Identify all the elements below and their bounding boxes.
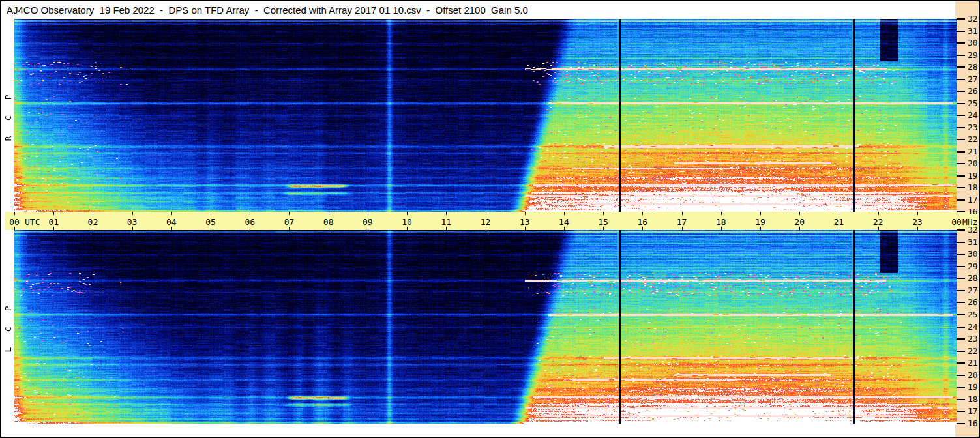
freq-tick bbox=[957, 127, 965, 128]
freq-tick bbox=[957, 187, 965, 188]
hour-tick-bottom bbox=[721, 227, 722, 230]
freq-label: 24 bbox=[968, 322, 980, 332]
hour-tick-top bbox=[171, 212, 172, 215]
hour-tick-top bbox=[211, 212, 211, 215]
hour-tick-bottom bbox=[14, 227, 15, 230]
hour-tick-top bbox=[132, 212, 133, 215]
hour-tick-top bbox=[917, 212, 918, 215]
freq-label: 17 bbox=[968, 195, 980, 205]
freq-tick bbox=[957, 55, 965, 56]
freq-label: 20 bbox=[968, 370, 980, 381]
freq-label: 29 bbox=[968, 261, 980, 272]
hour-label: 23 bbox=[912, 217, 923, 227]
hour-tick-bottom bbox=[407, 227, 408, 230]
freq-tick bbox=[957, 139, 965, 140]
hour-label: 14 bbox=[559, 217, 569, 227]
hour-label: 10 bbox=[402, 217, 412, 227]
freq-tick bbox=[957, 375, 965, 376]
freq-label: 19 bbox=[968, 171, 980, 181]
hour-tick-bottom bbox=[878, 227, 879, 230]
freq-tick bbox=[957, 163, 965, 164]
hour-tick-top bbox=[642, 212, 643, 215]
hour-label: 20 bbox=[794, 217, 805, 227]
hour-label: 06 bbox=[245, 217, 255, 227]
freq-tick bbox=[957, 266, 965, 267]
hour-label: 19 bbox=[755, 217, 765, 227]
hour-tick-top bbox=[250, 212, 250, 215]
freq-tick bbox=[957, 211, 965, 212]
hour-tick-bottom bbox=[329, 227, 329, 230]
hour-tick-bottom bbox=[525, 227, 526, 230]
freq-label: 20 bbox=[968, 158, 980, 169]
hour-tick-top bbox=[839, 212, 839, 215]
hour-tick-top bbox=[564, 212, 565, 215]
freq-tick bbox=[957, 42, 965, 44]
freq-tick bbox=[957, 399, 965, 400]
hour-tick-bottom bbox=[53, 227, 54, 230]
hour-label: 05 bbox=[205, 217, 216, 227]
freq-label: 27 bbox=[968, 285, 980, 296]
freq-label: 25 bbox=[968, 98, 980, 109]
hour-tick-top bbox=[682, 212, 683, 215]
hour-tick-top bbox=[289, 212, 290, 215]
hour-label: 12 bbox=[481, 217, 491, 227]
hour-tick-bottom bbox=[642, 227, 643, 230]
polarization-label-rcp: R C P bbox=[2, 50, 15, 181]
freq-tick bbox=[957, 290, 965, 291]
hour-tick-top bbox=[14, 212, 15, 215]
hour-label: 00 bbox=[9, 217, 20, 227]
hour-label: 08 bbox=[323, 217, 334, 227]
freq-tick bbox=[957, 115, 965, 116]
hour-tick-top bbox=[329, 212, 329, 215]
hour-tick-top bbox=[525, 212, 526, 215]
hour-tick-bottom bbox=[446, 227, 447, 230]
freq-tick bbox=[957, 91, 965, 92]
hour-tick-bottom bbox=[839, 227, 839, 230]
freq-tick bbox=[957, 327, 965, 328]
freq-tick bbox=[957, 175, 965, 177]
hour-tick-top bbox=[446, 212, 447, 215]
freq-label: 19 bbox=[968, 382, 980, 392]
freq-tick bbox=[957, 302, 965, 303]
freq-label: 31 bbox=[968, 26, 980, 36]
hour-label: 13 bbox=[520, 217, 530, 227]
freq-label: 16 bbox=[968, 418, 980, 429]
freq-tick bbox=[957, 151, 965, 153]
spectrogram-panel-rcp bbox=[14, 19, 957, 212]
hour-label: 16 bbox=[638, 217, 648, 227]
hour-tick-bottom bbox=[603, 227, 604, 230]
freq-label: 18 bbox=[968, 394, 980, 405]
freq-label: 16 bbox=[968, 207, 980, 217]
hour-tick-bottom bbox=[799, 227, 800, 230]
freq-label: 28 bbox=[968, 62, 980, 72]
spectrogram-page: AJ4CO Observatory 19 Feb 2022 - DPS on T… bbox=[0, 0, 980, 438]
freq-label: 29 bbox=[968, 50, 980, 61]
hour-label: 11 bbox=[441, 217, 451, 227]
freq-label: 32 bbox=[968, 14, 980, 24]
freq-tick bbox=[957, 103, 965, 104]
hour-tick-bottom bbox=[132, 227, 133, 230]
hour-tick-bottom bbox=[289, 227, 290, 230]
freq-tick bbox=[957, 229, 965, 231]
hour-label: 00 bbox=[951, 217, 962, 227]
hour-tick-top bbox=[368, 212, 368, 215]
hour-tick-bottom bbox=[682, 227, 683, 230]
freq-label: 23 bbox=[968, 334, 980, 344]
freq-tick bbox=[957, 278, 965, 279]
freq-label: 24 bbox=[968, 110, 980, 121]
hour-label: 02 bbox=[88, 217, 98, 227]
freq-label: 32 bbox=[968, 225, 980, 235]
freq-tick bbox=[957, 18, 965, 20]
freq-tick bbox=[957, 351, 965, 352]
hour-tick-top bbox=[93, 212, 93, 215]
hour-label: 22 bbox=[873, 217, 883, 227]
hour-tick-top bbox=[53, 212, 54, 215]
freq-label: 23 bbox=[968, 123, 980, 133]
freq-label: 18 bbox=[968, 182, 980, 193]
time-axis-strip: 0001020304050607080910111213141516171819… bbox=[5, 212, 979, 230]
hour-label: 21 bbox=[834, 217, 844, 227]
spectrogram-panel-lcp bbox=[14, 230, 957, 424]
freq-label: 26 bbox=[968, 297, 980, 308]
hour-tick-top bbox=[760, 212, 761, 215]
hour-tick-bottom bbox=[211, 227, 211, 230]
